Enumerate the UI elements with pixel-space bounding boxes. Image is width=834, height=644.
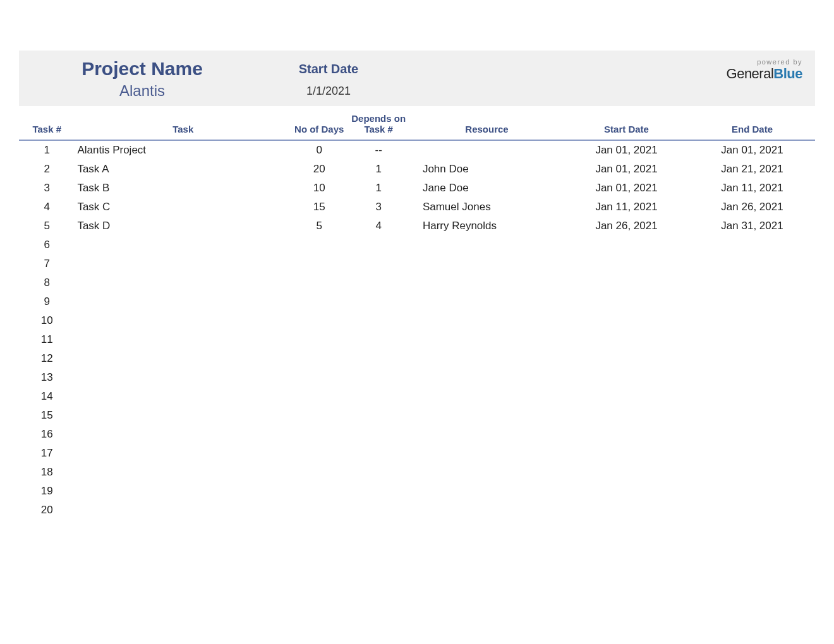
table-row: 10: [19, 311, 815, 330]
cell-start-date: [564, 444, 689, 463]
brand-general-text: General: [727, 66, 774, 81]
cell-start-date: [564, 463, 689, 482]
cell-resource: Harry Reynolds: [410, 217, 564, 236]
cell-start-date: [564, 254, 689, 273]
cell-task-num: 1: [19, 140, 75, 160]
cell-resource: [410, 349, 564, 368]
cell-task: Alantis Project: [75, 140, 291, 160]
cell-no-of-days: [291, 406, 347, 425]
cell-depends-on: [347, 273, 409, 292]
header-region: Project Name Start Date Alantis 1/1/2021…: [19, 51, 815, 106]
cell-start-date: [564, 292, 689, 311]
cell-task: [75, 444, 291, 463]
cell-no-of-days: [291, 463, 347, 482]
cell-no-of-days: 20: [291, 160, 347, 179]
tasks-table-body: 1Alantis Project0--Jan 01, 2021Jan 01, 2…: [19, 140, 815, 520]
brand-powered-by: powered by: [727, 58, 802, 66]
cell-task: [75, 254, 291, 273]
table-row: 7: [19, 254, 815, 273]
cell-end-date: [689, 387, 815, 406]
cell-task-num: 4: [19, 198, 75, 217]
cell-end-date: Jan 11, 2021: [689, 179, 815, 198]
cell-end-date: [689, 406, 815, 425]
cell-end-date: [689, 501, 815, 520]
table-row: 16: [19, 425, 815, 444]
cell-task: [75, 330, 291, 349]
cell-resource: [410, 406, 564, 425]
cell-task-num: 13: [19, 368, 75, 387]
cell-no-of-days: 5: [291, 217, 347, 236]
cell-depends-on: [347, 406, 409, 425]
cell-task-num: 8: [19, 273, 75, 292]
cell-task: [75, 311, 291, 330]
cell-task-num: 18: [19, 463, 75, 482]
cell-depends-on: [347, 387, 409, 406]
cell-depends-on: [347, 349, 409, 368]
col-header-end-date: End Date: [689, 109, 815, 140]
cell-start-date: [564, 236, 689, 254]
cell-end-date: [689, 254, 815, 273]
cell-no-of-days: [291, 349, 347, 368]
cell-task-num: 5: [19, 217, 75, 236]
cell-task-num: 16: [19, 425, 75, 444]
cell-start-date: [564, 482, 689, 501]
cell-depends-on: [347, 254, 409, 273]
cell-no-of-days: 10: [291, 179, 347, 198]
cell-depends-on: --: [347, 140, 409, 160]
cell-resource: [410, 425, 564, 444]
cell-task: [75, 482, 291, 501]
table-row: 4Task C153Samuel JonesJan 11, 2021Jan 26…: [19, 198, 815, 217]
start-date-value: 1/1/2021: [265, 85, 392, 98]
cell-start-date: [564, 406, 689, 425]
cell-start-date: Jan 01, 2021: [564, 179, 689, 198]
cell-resource: [410, 236, 564, 254]
cell-depends-on: 4: [347, 217, 409, 236]
cell-no-of-days: [291, 368, 347, 387]
cell-end-date: [689, 368, 815, 387]
cell-end-date: Jan 26, 2021: [689, 198, 815, 217]
cell-end-date: [689, 273, 815, 292]
cell-no-of-days: [291, 330, 347, 349]
start-date-label: Start Date: [265, 62, 392, 76]
header-values-row: Alantis 1/1/2021: [19, 82, 815, 100]
cell-task-num: 20: [19, 501, 75, 520]
cell-end-date: [689, 236, 815, 254]
cell-task: [75, 236, 291, 254]
cell-task: [75, 406, 291, 425]
cell-no-of-days: 0: [291, 140, 347, 160]
cell-depends-on: [347, 311, 409, 330]
table-row: 12: [19, 349, 815, 368]
cell-end-date: [689, 311, 815, 330]
cell-start-date: [564, 425, 689, 444]
cell-resource: Samuel Jones: [410, 198, 564, 217]
cell-task: [75, 368, 291, 387]
cell-depends-on: [347, 463, 409, 482]
cell-start-date: Jan 26, 2021: [564, 217, 689, 236]
cell-no-of-days: [291, 236, 347, 254]
cell-depends-on: [347, 330, 409, 349]
cell-resource: [410, 444, 564, 463]
cell-no-of-days: 15: [291, 198, 347, 217]
cell-start-date: Jan 01, 2021: [564, 160, 689, 179]
cell-end-date: [689, 444, 815, 463]
cell-no-of-days: [291, 254, 347, 273]
cell-start-date: [564, 501, 689, 520]
tasks-table-head: Task # Task No of Days Depends on Task #…: [19, 109, 815, 140]
cell-start-date: [564, 311, 689, 330]
col-header-depends-on: Depends on Task #: [347, 109, 409, 140]
col-header-resource: Resource: [410, 109, 564, 140]
cell-task-num: 19: [19, 482, 75, 501]
cell-task-num: 11: [19, 330, 75, 349]
table-row: 17: [19, 444, 815, 463]
cell-depends-on: [347, 368, 409, 387]
tasks-table: Task # Task No of Days Depends on Task #…: [19, 109, 815, 520]
cell-end-date: Jan 01, 2021: [689, 140, 815, 160]
table-row: 5Task D54Harry ReynoldsJan 26, 2021Jan 3…: [19, 217, 815, 236]
cell-resource: [410, 254, 564, 273]
cell-no-of-days: [291, 501, 347, 520]
table-header-row: Task # Task No of Days Depends on Task #…: [19, 109, 815, 140]
cell-depends-on: 3: [347, 198, 409, 217]
cell-start-date: [564, 387, 689, 406]
cell-task-num: 2: [19, 160, 75, 179]
cell-task-num: 10: [19, 311, 75, 330]
